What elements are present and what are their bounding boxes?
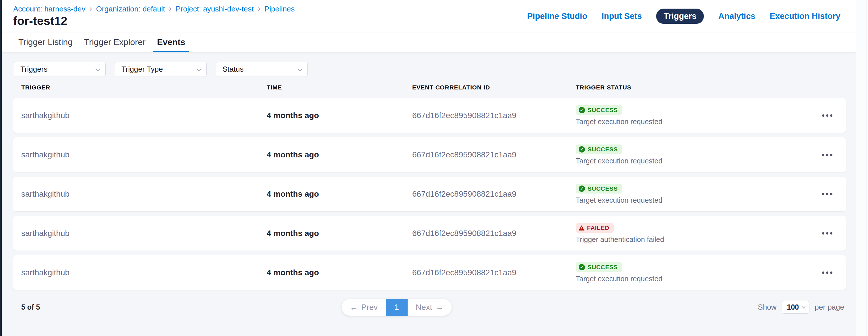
page-title: for-test12	[13, 14, 67, 28]
trigger-type-filter-dropdown[interactable]: Trigger Type	[115, 62, 207, 77]
pagination: ← Prev 1 Next →	[342, 299, 452, 316]
column-header-trigger-status: TRIGGER STATUS	[576, 84, 814, 91]
scrollbar-gutter[interactable]	[856, 0, 868, 336]
scrollbar-track-line	[867, 0, 867, 336]
breadcrumb-pipelines-link[interactable]: Pipelines	[265, 5, 295, 13]
event-row: sarthakgithub 4 months ago 667d16f2ec895…	[13, 255, 846, 290]
status-badge-label: SUCCESS	[588, 264, 618, 271]
trigger-status-cell: ✓ ! SUCCESS Target execution requested	[576, 262, 814, 283]
tab-trigger-listing[interactable]: Trigger Listing	[19, 32, 73, 52]
event-correlation-id: 667d16f2ec895908821c1aa9	[412, 268, 576, 277]
collapsed-sidebar-rail[interactable]	[0, 0, 2, 336]
trigger-status-cell: ✓ ! SUCCESS Target execution requested	[576, 144, 814, 165]
event-time: 4 months ago	[267, 150, 412, 159]
status-badge: ✓ ! SUCCESS	[576, 262, 622, 272]
row-options-menu-button[interactable]	[819, 269, 835, 277]
status-badge: ✓ ! SUCCESS	[576, 144, 622, 154]
tab-trigger-explorer[interactable]: Trigger Explorer	[84, 32, 146, 52]
arrow-left-icon: ←	[350, 303, 358, 312]
status-badge: ✓ ! SUCCESS	[576, 184, 622, 194]
status-badge-label: SUCCESS	[588, 185, 618, 192]
page-size-select[interactable]: 100	[782, 301, 809, 314]
event-row: sarthakgithub 4 months ago 667d16f2ec895…	[13, 98, 846, 133]
status-filter-label: Status	[222, 65, 244, 74]
trigger-status-cell: ✓ ! FAILED Trigger authentication failed	[576, 223, 814, 244]
page-1-button[interactable]: 1	[386, 299, 408, 316]
tab-bar: Trigger Listing Trigger Explorer Events	[2, 32, 856, 52]
status-message: Target execution requested	[576, 196, 814, 204]
event-row: sarthakgithub 4 months ago 667d16f2ec895…	[13, 216, 846, 250]
trigger-name: sarthakgithub	[21, 190, 267, 199]
breadcrumb-organization-link[interactable]: Organization: default	[96, 5, 165, 13]
column-header-trigger: TRIGGER	[21, 84, 267, 91]
event-correlation-id: 667d16f2ec895908821c1aa9	[412, 150, 576, 159]
status-badge-label: SUCCESS	[588, 146, 618, 153]
event-rows-list: sarthakgithub 4 months ago 667d16f2ec895…	[2, 98, 856, 290]
check-circle-icon: ✓	[579, 186, 585, 192]
row-options-menu-button[interactable]	[819, 229, 835, 237]
show-label: Show	[758, 303, 776, 312]
pipeline-triggers-page: Account: harness-dev › Organization: def…	[2, 0, 856, 336]
status-message: Trigger authentication failed	[576, 235, 814, 244]
page-size-value: 100	[787, 303, 799, 311]
check-circle-icon: ✓	[579, 146, 585, 153]
status-badge: ✓ ! SUCCESS	[576, 105, 622, 115]
column-header-event-correlation-id: EVENT CORRELATION ID	[412, 84, 576, 91]
trigger-name: sarthakgithub	[21, 111, 267, 120]
nav-execution-history[interactable]: Execution History	[770, 11, 840, 21]
breadcrumb-project-link[interactable]: Project: ayushi-dev-test	[176, 5, 254, 13]
next-page-button[interactable]: Next →	[408, 299, 452, 316]
page-size-control: Show 100 per page	[758, 301, 844, 314]
trigger-name: sarthakgithub	[21, 229, 267, 238]
arrow-right-icon: →	[436, 303, 444, 312]
chevron-down-icon	[197, 66, 202, 71]
trigger-name: sarthakgithub	[21, 268, 267, 277]
filter-bar: Triggers Trigger Type Status	[14, 62, 856, 77]
trigger-type-filter-label: Trigger Type	[121, 65, 163, 74]
status-filter-dropdown[interactable]: Status	[216, 62, 308, 77]
chevron-right-icon: ›	[258, 5, 260, 13]
row-count: 5 of 5	[21, 303, 40, 311]
status-message: Target execution requested	[576, 157, 814, 165]
status-badge-label: FAILED	[587, 225, 609, 231]
event-correlation-id: 667d16f2ec895908821c1aa9	[412, 190, 576, 199]
nav-pipeline-studio[interactable]: Pipeline Studio	[527, 11, 587, 21]
event-row: sarthakgithub 4 months ago 667d16f2ec895…	[13, 177, 846, 211]
nav-analytics[interactable]: Analytics	[718, 11, 755, 21]
check-circle-icon: ✓	[579, 264, 585, 270]
prev-page-button[interactable]: ← Prev	[342, 299, 386, 316]
check-circle-icon: ✓	[579, 107, 585, 113]
event-row: sarthakgithub 4 months ago 667d16f2ec895…	[13, 137, 846, 172]
nav-input-sets[interactable]: Input Sets	[601, 11, 642, 21]
triggers-filter-dropdown[interactable]: Triggers	[14, 62, 105, 77]
prev-page-label: Prev	[361, 303, 378, 312]
page-header: Account: harness-dev › Organization: def…	[2, 0, 856, 32]
chevron-right-icon: ›	[89, 5, 92, 13]
trigger-status-cell: ✓ ! SUCCESS Target execution requested	[576, 105, 814, 126]
breadcrumb-account-link[interactable]: Account: harness-dev	[13, 5, 85, 13]
chevron-down-icon	[96, 66, 100, 71]
chevron-right-icon: ›	[169, 5, 172, 13]
nav-triggers-active[interactable]: Triggers	[656, 9, 704, 24]
event-correlation-id: 667d16f2ec895908821c1aa9	[412, 229, 576, 238]
row-options-menu-button[interactable]	[819, 111, 835, 120]
list-footer: 5 of 5 ← Prev 1 Next → Show 100 per pa	[2, 295, 856, 336]
table-header-row: TRIGGER TIME EVENT CORRELATION ID TRIGGE…	[13, 84, 846, 91]
trigger-name: sarthakgithub	[21, 150, 267, 159]
triggers-filter-label: Triggers	[20, 65, 48, 74]
event-time: 4 months ago	[267, 268, 412, 277]
event-time: 4 months ago	[267, 229, 412, 238]
status-badge: ✓ ! FAILED	[576, 223, 614, 233]
status-badge-label: SUCCESS	[588, 107, 618, 113]
per-page-label: per page	[815, 303, 844, 312]
row-options-menu-button[interactable]	[819, 151, 835, 159]
trigger-status-cell: ✓ ! SUCCESS Target execution requested	[576, 184, 814, 204]
next-page-label: Next	[415, 303, 432, 312]
breadcrumb: Account: harness-dev › Organization: def…	[13, 5, 295, 13]
column-header-time: TIME	[267, 84, 412, 91]
row-options-menu-button[interactable]	[819, 190, 835, 198]
tab-events[interactable]: Events	[157, 32, 185, 52]
status-message: Target execution requested	[576, 275, 814, 283]
event-time: 4 months ago	[267, 111, 412, 120]
status-message: Target execution requested	[576, 117, 814, 126]
